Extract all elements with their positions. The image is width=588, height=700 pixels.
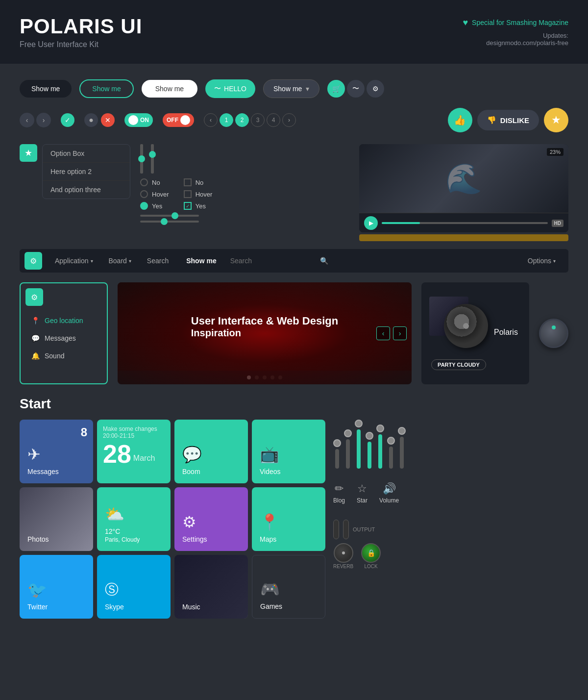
check-icon[interactable]: ✓	[61, 113, 74, 127]
tile-videos[interactable]: 📺 Videos	[252, 420, 325, 483]
star-btn[interactable]: ★	[544, 108, 568, 132]
dropdown-item-2[interactable]: Here option 2	[43, 163, 130, 181]
tile-weather[interactable]: ⛅ 12°CParis, Cloudy	[97, 487, 171, 551]
eq-knob-2[interactable]	[344, 429, 352, 437]
page-4[interactable]: 4	[267, 113, 280, 127]
header-left: POLARIS UI Free User Interface Kit	[20, 15, 142, 49]
blog-label: Blog	[333, 497, 345, 504]
star-label: Star	[357, 497, 368, 504]
toggle-knob-on	[128, 115, 138, 125]
eq-knob-1[interactable]	[333, 439, 341, 447]
nav-item-options[interactable]: Options	[520, 251, 564, 271]
page-prev[interactable]: ‹	[204, 113, 218, 127]
video-area: 🌊 23% ▶ HD	[359, 144, 568, 241]
eq-knob-4[interactable]	[366, 432, 373, 440]
show-me-btn-3[interactable]: Show me	[142, 80, 197, 98]
h-slider-1[interactable]	[140, 215, 199, 217]
knob-reverb[interactable]	[334, 543, 353, 563]
tiles-grid: ✈ Messages 8 Make some changes 20:00-21:…	[20, 420, 325, 619]
star-icon-box[interactable]: ★	[20, 144, 37, 162]
radio-no-2: No	[184, 178, 213, 186]
toggles-row: ‹ › ✓ ● ✕ ON OFF ‹ 1 2 3 4 › 👍	[20, 108, 568, 132]
v-slider-input-2[interactable]	[151, 144, 154, 174]
radio-no-circle-1[interactable]	[140, 178, 148, 186]
tile-skype[interactable]: Ⓢ Skype	[97, 555, 171, 619]
bottom-icon-star[interactable]: ☆ Star	[357, 482, 368, 504]
page-2[interactable]: 2	[235, 113, 249, 127]
x-icon[interactable]: ✕	[101, 113, 115, 127]
hello-btn[interactable]: 〜 HELLO	[205, 79, 255, 98]
eq-bar-fill-6	[389, 447, 393, 469]
dislike-btn[interactable]: 👎 DISLIKE	[477, 110, 539, 130]
sidebar-item-geo[interactable]: 📍 Geo location	[25, 312, 102, 329]
checkbox-no-2[interactable]	[184, 178, 192, 186]
nav-search-input[interactable]	[226, 251, 320, 271]
carousel-prev[interactable]: ‹	[376, 326, 390, 340]
eq-knob-7[interactable]	[398, 427, 406, 435]
checkbox-hover-2[interactable]	[184, 190, 192, 198]
tile-photos[interactable]: Photos	[20, 487, 93, 551]
cd-disc	[444, 304, 488, 348]
arrow-right-btn[interactable]: ›	[36, 113, 51, 127]
tile-music[interactable]: Music	[174, 555, 248, 619]
page-next[interactable]: ›	[282, 113, 296, 127]
dropdown-item-3[interactable]: And option three	[43, 181, 130, 199]
updates-info: Updates: designmodo.com/polaris-free	[463, 32, 568, 47]
radio-yes-circle-1[interactable]	[140, 202, 148, 210]
show-me-btn-2[interactable]: Show me	[79, 79, 133, 98]
gear-btn[interactable]: ⚙	[367, 80, 384, 98]
skype-icon: Ⓢ	[105, 580, 163, 599]
tile-boom[interactable]: 💬 Boom	[174, 420, 248, 483]
bottom-icon-volume[interactable]: 🔊 Volume	[379, 482, 399, 504]
bottom-icon-blog[interactable]: ✏ Blog	[333, 482, 345, 504]
nav-item-board[interactable]: Board	[101, 251, 139, 271]
nav-bar: ⚙ Application Board Search Show me 🔍 Opt…	[20, 249, 568, 273]
messages-tile-icon: ✈	[27, 445, 85, 464]
boom-label: Boom	[182, 468, 240, 475]
carousel-next[interactable]: ›	[393, 326, 407, 340]
nav-item-showme[interactable]: Show me	[178, 251, 226, 271]
show-me-select[interactable]: Show me	[263, 79, 319, 98]
circle-icon[interactable]: ●	[84, 113, 98, 127]
tile-twitter[interactable]: 🐦 Twitter	[20, 555, 93, 619]
sidebar-item-messages[interactable]: 💬 Messages	[25, 329, 102, 347]
cart-btn[interactable]: 🛒	[327, 80, 345, 98]
checkbox-yes-2[interactable]: ✓	[184, 202, 192, 210]
page-1[interactable]: 1	[220, 113, 233, 127]
weather-icon: ⛅	[105, 505, 163, 524]
settings-icon: ⚙	[182, 513, 240, 531]
page-3[interactable]: 3	[251, 113, 265, 127]
arrow-left-btn[interactable]: ‹	[20, 113, 34, 127]
toggle-off[interactable]: OFF	[163, 113, 194, 127]
eq-bar-1	[333, 439, 341, 469]
show-me-btn-1[interactable]: Show me	[20, 80, 72, 98]
games-label: Games	[260, 602, 317, 610]
volume-knob[interactable]	[539, 319, 568, 348]
v-slider-input-1[interactable]	[140, 144, 143, 174]
tile-games[interactable]: 🎮 Games	[252, 555, 325, 619]
h-slider-2[interactable]	[140, 221, 199, 223]
v-sliders-row	[140, 144, 349, 174]
nav-item-application[interactable]: Application	[47, 251, 101, 271]
tile-settings[interactable]: ⚙ Settings	[174, 487, 248, 551]
eq-bar-2	[344, 429, 352, 469]
knob-lock[interactable]: 🔒	[361, 543, 381, 563]
like-btn[interactable]: 👍	[448, 108, 472, 132]
videos-label: Videos	[260, 468, 318, 475]
tile-maps[interactable]: 📍 Maps	[252, 487, 325, 551]
arrow-btn-group: ‹ ›	[20, 113, 51, 127]
play-btn[interactable]: ▶	[364, 216, 378, 230]
tile-messages[interactable]: ✈ Messages 8	[20, 420, 93, 483]
check-toggle: ✓	[61, 113, 74, 127]
tile-calendar[interactable]: Make some changes 20:00-21:15 28 March	[97, 420, 171, 483]
eq-knob-6[interactable]	[387, 437, 395, 445]
dropdown-item-1[interactable]: Option Box	[43, 145, 130, 163]
eq-knob-3[interactable]	[355, 420, 363, 427]
radio-hover-circle-1[interactable]	[140, 190, 148, 198]
wave-btn[interactable]: 〜	[347, 80, 365, 98]
eq-knob-5[interactable]	[376, 425, 384, 432]
v-slider-2	[151, 144, 154, 174]
sidebar-item-sound[interactable]: 🔔 Sound	[25, 347, 102, 365]
nav-item-search[interactable]: Search	[139, 251, 178, 271]
toggle-on[interactable]: ON	[124, 113, 153, 127]
